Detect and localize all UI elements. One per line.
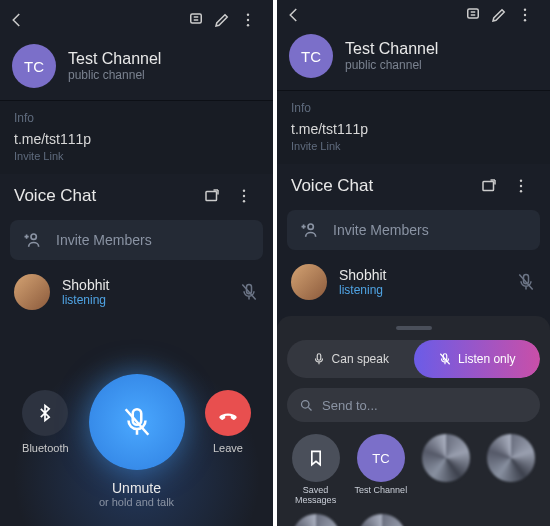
member-avatar (291, 264, 327, 300)
channel-title: Test Channel (68, 50, 161, 68)
svg-point-7 (243, 200, 245, 202)
member-muted-icon[interactable] (239, 282, 259, 302)
back-button[interactable] (285, 6, 309, 24)
channel-header[interactable]: TC Test Channel public channel (277, 30, 550, 90)
channel-subtitle: public channel (68, 68, 161, 82)
bluetooth-button[interactable] (22, 390, 68, 436)
expand-icon[interactable] (203, 187, 227, 205)
svg-point-19 (308, 224, 313, 229)
can-speak-pill[interactable]: Can speak (287, 340, 414, 378)
can-speak-label: Can speak (332, 352, 389, 366)
svg-rect-11 (468, 9, 479, 18)
svg-point-1 (247, 14, 249, 16)
info-section: Info t.me/tst111p Invite Link (277, 90, 550, 164)
svg-point-2 (247, 19, 249, 21)
leave-label: Leave (213, 442, 243, 454)
member-status: listening (62, 293, 109, 307)
voicechat-more-icon[interactable] (512, 177, 536, 195)
info-label: Info (291, 101, 536, 115)
channel-link[interactable]: t.me/tst111p (291, 121, 536, 137)
member-name: Shobhit (62, 277, 109, 293)
screen-left: TC Test Channel public channel Info t.me… (0, 0, 273, 526)
svg-rect-15 (483, 182, 494, 191)
screen-right: TC Test Channel public channel Info t.me… (277, 0, 550, 526)
member-row[interactable]: Shobhit listening (0, 266, 273, 318)
invite-members-button[interactable]: Invite Members (10, 220, 263, 260)
member-status: listening (339, 283, 386, 297)
channel-link[interactable]: t.me/tst111p (14, 131, 259, 147)
share-item-label: Test Channel (355, 486, 408, 496)
share-targets-row: Saved Messages TC Test Channel (287, 434, 540, 506)
hold-label: or hold and talk (0, 496, 273, 508)
share-contact[interactable] (287, 514, 345, 526)
voicechat-title: Voice Chat (14, 186, 195, 206)
send-to-input[interactable]: Send to... (287, 388, 540, 422)
contact-avatar (292, 514, 340, 526)
edit-icon[interactable] (213, 11, 239, 29)
listen-only-label: Listen only (458, 352, 515, 366)
invite-link-label: Invite Link (14, 150, 259, 162)
share-contact[interactable] (483, 434, 540, 506)
edit-icon[interactable] (490, 6, 516, 24)
unmute-button[interactable] (89, 374, 185, 470)
contact-avatar (487, 434, 535, 482)
svg-point-18 (520, 190, 522, 192)
bookmark-icon (292, 434, 340, 482)
info-label: Info (14, 111, 259, 125)
svg-rect-4 (206, 192, 217, 201)
more-icon[interactable] (516, 6, 542, 24)
share-test-channel[interactable]: TC Test Channel (352, 434, 409, 506)
send-to-placeholder: Send to... (322, 398, 378, 413)
svg-rect-0 (191, 14, 202, 23)
member-muted-icon[interactable] (516, 272, 536, 292)
svg-point-14 (524, 19, 526, 21)
contact-avatar (358, 514, 406, 526)
member-name: Shobhit (339, 267, 386, 283)
info-section: Info t.me/tst111p Invite Link (0, 100, 273, 174)
svg-point-13 (524, 14, 526, 16)
svg-point-17 (520, 185, 522, 187)
share-contact[interactable] (353, 514, 411, 526)
svg-point-12 (524, 9, 526, 11)
voicechat-header: Voice Chat (0, 174, 273, 214)
share-sheet: Can speak Listen only Send to... Saved M… (277, 316, 550, 526)
invite-members-label: Invite Members (56, 232, 152, 248)
svg-point-16 (520, 180, 522, 182)
member-row[interactable]: Shobhit listening (277, 256, 550, 308)
channel-avatar: TC (289, 34, 333, 78)
svg-point-3 (247, 24, 249, 26)
mode-toggle[interactable]: Can speak Listen only (287, 340, 540, 378)
svg-rect-21 (317, 354, 321, 360)
member-avatar (14, 274, 50, 310)
stream-icon[interactable] (464, 6, 490, 24)
invite-members-button[interactable]: Invite Members (287, 210, 540, 250)
listen-only-pill[interactable]: Listen only (414, 340, 541, 378)
svg-point-5 (243, 190, 245, 192)
channel-avatar-small: TC (357, 434, 405, 482)
share-contact[interactable] (418, 434, 475, 506)
stream-icon[interactable] (187, 11, 213, 29)
channel-title: Test Channel (345, 40, 438, 58)
voicechat-more-icon[interactable] (235, 187, 259, 205)
add-user-icon (22, 230, 44, 250)
sheet-grabber[interactable] (396, 326, 432, 330)
share-targets-row-2 (287, 514, 540, 526)
contact-avatar (422, 434, 470, 482)
invite-link-label: Invite Link (291, 140, 536, 152)
unmute-label: Unmute (0, 480, 273, 496)
more-icon[interactable] (239, 11, 265, 29)
channel-avatar: TC (12, 44, 56, 88)
bluetooth-label: Bluetooth (22, 442, 68, 454)
top-bar (0, 0, 273, 40)
channel-header[interactable]: TC Test Channel public channel (0, 40, 273, 100)
channel-subtitle: public channel (345, 58, 438, 72)
back-button[interactable] (8, 11, 32, 29)
svg-point-8 (31, 234, 36, 239)
voicechat-title: Voice Chat (291, 176, 472, 196)
svg-point-6 (243, 195, 245, 197)
svg-point-23 (302, 400, 310, 408)
voicechat-header: Voice Chat (277, 164, 550, 204)
expand-icon[interactable] (480, 177, 504, 195)
share-saved-messages[interactable]: Saved Messages (287, 434, 344, 506)
leave-button[interactable] (205, 390, 251, 436)
